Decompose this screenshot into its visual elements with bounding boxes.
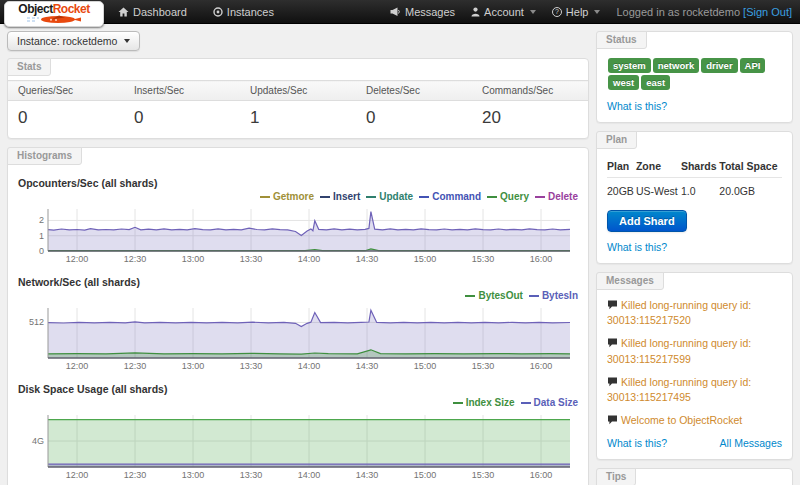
svg-text:512: 512 — [29, 317, 44, 327]
tips-panel: Tips Did you know you can use the comman… — [596, 468, 793, 485]
chart-title: Disk Space Usage (all shards) — [18, 383, 578, 395]
chart-disk: Disk Space Usage (all shards)Index SizeD… — [18, 383, 578, 482]
nav-messages[interactable]: Messages — [390, 6, 455, 18]
user-icon — [471, 7, 480, 17]
status-badges: systemnetworkdriverAPIwesteast — [607, 57, 782, 91]
speech-bubble-icon — [607, 377, 618, 387]
stats-panel: Stats Queries/Sec Inserts/Sec Updates/Se… — [7, 58, 589, 139]
svg-text:0: 0 — [39, 246, 44, 256]
legend-dash-icon — [366, 196, 376, 198]
nav-instances-label: Instances — [227, 6, 274, 18]
messages-list: Killed long-running query id: 30013:1152… — [607, 298, 782, 429]
home-icon — [118, 7, 129, 17]
status-panel: Status systemnetworkdriverAPIwesteast Wh… — [596, 31, 793, 123]
stats-col-updates: Updates/Sec — [240, 81, 356, 101]
nav-account[interactable]: Account — [471, 6, 536, 18]
instance-selector[interactable]: Instance: rocketdemo — [7, 31, 140, 51]
legend-item-command: Command — [419, 191, 481, 202]
legend-item-getmore: Getmore — [260, 191, 314, 202]
legend-dash-icon — [453, 402, 463, 404]
svg-text:14:30: 14:30 — [356, 361, 379, 371]
message-item: Killed long-running query id: 30013:1152… — [607, 298, 782, 328]
svg-text:15:30: 15:30 — [472, 254, 495, 264]
all-messages-link[interactable]: All Messages — [720, 437, 782, 449]
svg-text:14:00: 14:00 — [298, 254, 321, 264]
svg-text:16:00: 16:00 — [530, 254, 553, 264]
nav-dashboard-label: Dashboard — [133, 6, 187, 18]
status-badge-east: east — [641, 75, 670, 90]
svg-text:12:30: 12:30 — [124, 470, 147, 480]
megaphone-icon — [390, 7, 401, 17]
plan-val-zone: US-West — [636, 178, 681, 202]
speech-bubble-icon — [607, 300, 618, 310]
stats-table: Queries/Sec Inserts/Sec Updates/Sec Dele… — [8, 80, 588, 138]
messages-panel: Messages Killed long-running query id: 3… — [596, 272, 793, 460]
chart-legend: BytesOutBytesIn — [18, 290, 578, 304]
histograms-panel: Histograms Opcounters/Sec (all shards)Ge… — [7, 147, 589, 485]
svg-text:13:00: 13:00 — [182, 470, 205, 480]
plan-what-is-this-link[interactable]: What is this? — [607, 241, 667, 253]
nav-dashboard[interactable]: Dashboard — [118, 6, 187, 18]
svg-text:13:30: 13:30 — [240, 470, 263, 480]
plan-col-plan: Plan — [607, 157, 636, 178]
svg-text:15:00: 15:00 — [414, 361, 437, 371]
status-badge-api: API — [740, 58, 766, 73]
legend-item-index-size: Index Size — [453, 397, 515, 408]
logged-in-text: Logged in as rocketdemo — [616, 6, 740, 18]
svg-text:1: 1 — [39, 231, 44, 241]
svg-text:15:00: 15:00 — [414, 470, 437, 480]
status-what-is-this-link[interactable]: What is this? — [607, 100, 667, 112]
plan-panel: Plan Plan Zone Shards Total Space 20GB U… — [596, 131, 793, 264]
message-item: Welcome to ObjectRocket — [607, 413, 782, 428]
svg-text:13:00: 13:00 — [182, 254, 205, 264]
legend-item-data-size: Data Size — [521, 397, 578, 408]
speech-bubble-icon — [607, 415, 618, 425]
chart-title: Network/Sec (all shards) — [18, 276, 578, 288]
status-badge-system: system — [608, 58, 651, 73]
svg-text:12:30: 12:30 — [124, 361, 147, 371]
message-item: Killed long-running query id: 30013:1152… — [607, 375, 782, 405]
legend-item-bytesout: BytesOut — [465, 290, 522, 301]
legend-dash-icon — [535, 196, 545, 198]
chart-network: Network/Sec (all shards)BytesOutBytesIn1… — [18, 276, 578, 373]
top-navbar: ObjectRocket Dashboard Instances Message… — [0, 0, 800, 24]
svg-text:15:00: 15:00 — [414, 254, 437, 264]
add-shard-button[interactable]: Add Shard — [607, 210, 687, 232]
plan-tab: Plan — [596, 131, 637, 149]
svg-text:14:00: 14:00 — [298, 361, 321, 371]
stats-val-commands: 20 — [472, 101, 588, 139]
messages-what-is-this-link[interactable]: What is this? — [607, 437, 667, 449]
chart-legend: Index SizeData Size — [18, 397, 578, 411]
plan-col-shards: Shards — [681, 157, 719, 178]
stats-val-inserts: 0 — [124, 101, 240, 139]
svg-text:16:00: 16:00 — [530, 361, 553, 371]
plan-row: 20GB US-West 1.0 20.0GB — [607, 178, 782, 202]
svg-text:14:00: 14:00 — [298, 470, 321, 480]
nav-help[interactable]: Help — [552, 6, 601, 18]
legend-item-delete: Delete — [535, 191, 578, 202]
svg-text:12:00: 12:00 — [66, 254, 89, 264]
sign-out-link[interactable]: [Sign Out] — [743, 6, 792, 18]
chart-opcounters: Opcounters/Sec (all shards)GetmoreInsert… — [18, 177, 578, 266]
status-badge-driver: driver — [701, 58, 737, 73]
brand-part-rocket: Rocket — [53, 2, 90, 16]
svg-text:12:30: 12:30 — [124, 254, 147, 264]
stats-val-queries: 0 — [8, 101, 124, 139]
svg-text:13:30: 13:30 — [240, 254, 263, 264]
chart-legend: GetmoreInsertUpdateCommandQueryDelete — [18, 191, 578, 205]
stats-col-commands: Commands/Sec — [472, 81, 588, 101]
chart-plot: 12:0012:3013:0013:3014:0014:3015:0015:30… — [18, 411, 574, 482]
histograms-tab: Histograms — [7, 147, 82, 165]
message-item: Killed long-running query id: 30013:1152… — [607, 336, 782, 366]
legend-dash-icon — [320, 196, 330, 198]
svg-text:12:00: 12:00 — [66, 470, 89, 480]
legend-item-insert: Insert — [320, 191, 360, 202]
legend-item-update: Update — [366, 191, 413, 202]
legend-dash-icon — [465, 295, 475, 297]
objectrocket-logo[interactable]: ObjectRocket — [4, 1, 104, 27]
speech-bubble-icon — [607, 338, 618, 348]
chart-title: Opcounters/Sec (all shards) — [18, 177, 578, 189]
nav-instances[interactable]: Instances — [213, 6, 274, 18]
rocket-icon — [25, 15, 83, 24]
svg-text:16:00: 16:00 — [530, 470, 553, 480]
